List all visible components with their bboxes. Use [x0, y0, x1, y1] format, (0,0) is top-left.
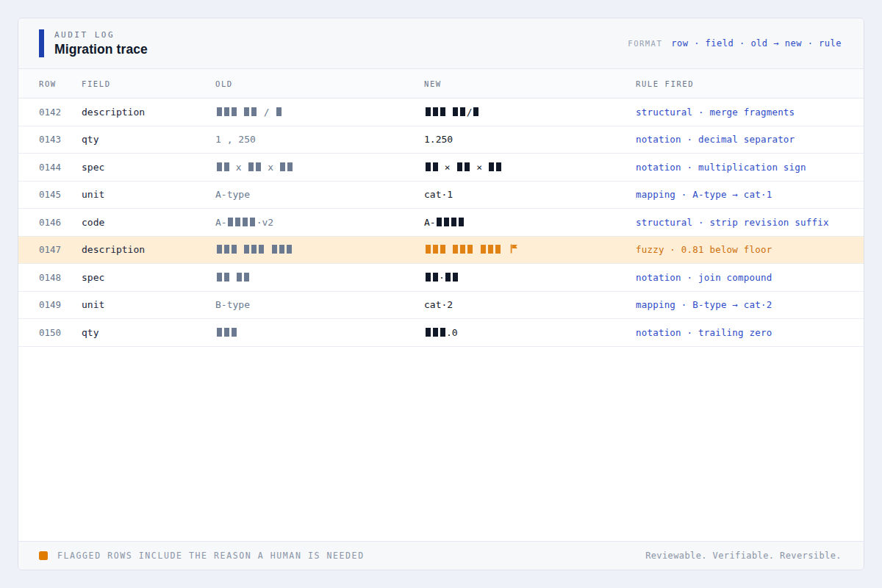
redacted-block: [217, 273, 222, 282]
redacted-block: [488, 245, 493, 254]
field-name: unit: [82, 189, 215, 200]
row-number: 0150: [39, 327, 82, 338]
new-value: cat·1: [424, 189, 636, 200]
redacted-block: [259, 245, 264, 254]
row-number: 0142: [39, 107, 82, 118]
redacted-block: [426, 162, 431, 171]
page-title: Migration trace: [54, 42, 148, 57]
redacted-block: [217, 328, 222, 337]
redacted-block: [232, 107, 237, 116]
row-number: 0146: [39, 217, 82, 228]
field-name: unit: [82, 299, 215, 310]
redacted-block: [217, 245, 222, 254]
field-name: spec: [82, 272, 215, 283]
redacted-block: [473, 107, 478, 116]
table-row: 0146 code A-·v2 A- structural · strip re…: [18, 209, 864, 237]
redacted-block: [496, 162, 501, 171]
redacted-block: [217, 107, 222, 116]
column-header-old: OLD: [215, 79, 424, 88]
redacted-block: [440, 328, 445, 337]
redacted-block: [280, 162, 285, 171]
redacted-block: [248, 162, 254, 171]
redacted-block: [287, 162, 293, 171]
rule-fired: mapping · B-type → cat·2: [636, 299, 842, 310]
redacted-block: [433, 107, 438, 116]
redacted-block: [433, 245, 438, 254]
field-name: qty: [82, 134, 215, 145]
redacted-block: [228, 218, 233, 226]
redacted-block: [256, 162, 261, 171]
redacted-block: [426, 273, 431, 282]
redacted-block: [244, 107, 249, 116]
old-value: /: [215, 107, 424, 118]
card-footer: FLAGGED ROWS INCLUDE THE REASON A HUMAN …: [18, 541, 864, 570]
column-header-rule: RULE FIRED: [636, 79, 842, 88]
table-body: 0142 description / / structural · merge …: [18, 98, 864, 347]
redacted-block: [433, 328, 438, 337]
table-header: ROW FIELD OLD NEW RULE FIRED: [18, 69, 864, 98]
new-value: cat·2: [424, 299, 636, 310]
redacted-block: [244, 273, 249, 282]
field-name: code: [82, 217, 215, 228]
old-value: [215, 327, 424, 338]
redacted-block: [467, 245, 473, 254]
table-row: 0142 description / / structural · merge …: [18, 98, 864, 126]
old-value: x x: [215, 162, 424, 173]
eyebrow-label: AUDIT LOG: [54, 30, 148, 40]
redacted-block: [495, 245, 501, 254]
redacted-block: [217, 162, 222, 171]
redacted-block: [251, 245, 257, 254]
rule-fired: structural · strip revision suffix: [636, 217, 842, 228]
redacted-block: [224, 162, 229, 171]
redacted-block: [232, 328, 237, 337]
new-value: × ×: [424, 162, 636, 173]
redacted-block: [489, 162, 494, 171]
column-header-field: FIELD: [82, 79, 215, 88]
redacted-block: [460, 107, 465, 116]
row-number: 0147: [39, 244, 82, 255]
redacted-block: [276, 107, 282, 116]
new-value: 1.250: [424, 134, 636, 145]
redacted-block: [426, 107, 431, 116]
new-value: A-: [424, 217, 636, 228]
rule-fired: notation · decimal separator: [636, 134, 842, 145]
footer-note: FLAGGED ROWS INCLUDE THE REASON A HUMAN …: [57, 551, 365, 561]
new-value: /: [424, 107, 636, 118]
redacted-block: [224, 328, 229, 337]
table-row: 0143 qty 1 , 250 1.250 notation · decima…: [18, 126, 864, 154]
format-line: FORMAT row · field · old → new · rule: [628, 38, 842, 49]
flag-icon: [510, 244, 518, 254]
redacted-block: [287, 245, 292, 254]
table-row: 0148 spec · notation · join compound: [18, 264, 864, 292]
rule-fired: notation · trailing zero: [636, 327, 842, 338]
redacted-block: [457, 162, 462, 171]
table-row: 0150 qty .0 notation · trailing zero: [18, 319, 864, 347]
redacted-block: [440, 245, 445, 254]
row-number: 0145: [39, 189, 82, 200]
field-name: description: [82, 244, 215, 255]
flag-legend-icon: [39, 551, 48, 560]
row-number: 0143: [39, 134, 82, 145]
column-header-new: NEW: [424, 79, 636, 88]
table-row: 0149 unit B-type cat·2 mapping · B-type …: [18, 292, 864, 320]
new-value: ·: [424, 272, 636, 283]
redacted-block: [433, 273, 438, 282]
field-name: spec: [82, 162, 215, 173]
redacted-block: [460, 245, 465, 254]
format-value: row · field · old → new · rule: [671, 38, 842, 49]
row-number: 0149: [39, 299, 82, 310]
redacted-block: [459, 218, 464, 226]
old-value: [215, 244, 424, 255]
footer-tagline: Reviewable. Verifiable. Reversible.: [645, 551, 842, 561]
redacted-block: [453, 245, 458, 254]
redacted-block: [235, 218, 240, 226]
old-value: A-type: [215, 189, 424, 200]
field-name: qty: [82, 327, 215, 338]
redacted-block: [453, 273, 458, 282]
redacted-block: [445, 273, 451, 282]
column-header-row: ROW: [39, 79, 82, 88]
redacted-block: [465, 162, 470, 171]
redacted-block: [272, 245, 277, 254]
row-number: 0148: [39, 272, 82, 283]
redacted-block: [437, 218, 442, 226]
